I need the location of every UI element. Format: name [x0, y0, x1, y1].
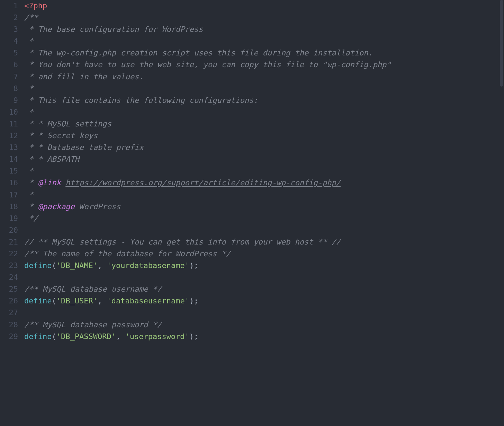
code-token: [61, 178, 65, 187]
line-number: 2: [0, 12, 18, 24]
code-line[interactable]: // ** MySQL settings - You can get this …: [24, 236, 504, 248]
code-token: *: [24, 190, 34, 199]
line-number: 8: [0, 83, 18, 95]
code-line[interactable]: define('DB_NAME', 'yourdatabasename');: [24, 260, 504, 272]
code-line[interactable]: * * Secret keys: [24, 130, 504, 142]
code-token: * * MySQL settings: [24, 119, 111, 128]
code-token: 'userpassword': [125, 332, 189, 341]
code-token: *: [24, 37, 34, 45]
code-line[interactable]: [24, 272, 504, 283]
code-line[interactable]: * * ABSPATH: [24, 153, 504, 165]
code-line[interactable]: [24, 307, 504, 319]
code-token: *: [24, 108, 34, 116]
vertical-scrollbar[interactable]: [499, 0, 504, 426]
code-editor[interactable]: 1234567891011121314151617181920212223242…: [0, 0, 504, 426]
code-line[interactable]: * * MySQL settings: [24, 118, 504, 130]
code-line[interactable]: /**: [24, 12, 504, 24]
line-number: 27: [0, 307, 18, 319]
line-number: 29: [0, 331, 18, 343]
code-token: (: [52, 261, 56, 270]
code-token: https://wordpress.org/support/article/ed…: [65, 178, 341, 187]
code-token: *: [24, 167, 34, 175]
line-number-gutter: 1234567891011121314151617181920212223242…: [0, 0, 24, 426]
code-line[interactable]: *: [24, 83, 504, 95]
code-token: /** The name of the database for WordPre…: [24, 249, 231, 258]
code-line[interactable]: * You don't have to use the web site, yo…: [24, 59, 504, 71]
code-token: /** MySQL database password */: [24, 320, 162, 329]
code-token: define: [24, 296, 52, 305]
code-line[interactable]: define('DB_PASSWORD', 'userpassword');: [24, 331, 504, 343]
line-number: 15: [0, 165, 18, 177]
code-token: define: [24, 261, 52, 270]
code-line[interactable]: * @package WordPress: [24, 201, 504, 213]
code-line[interactable]: *: [24, 106, 504, 118]
code-token: define: [24, 332, 52, 341]
line-number: 21: [0, 236, 18, 248]
code-token: <?php: [24, 1, 47, 10]
code-line[interactable]: *: [24, 35, 504, 47]
line-number: 18: [0, 201, 18, 213]
code-token: ,: [98, 296, 107, 305]
line-number: 13: [0, 142, 18, 153]
line-number: 25: [0, 283, 18, 295]
line-number: 20: [0, 224, 18, 236]
line-number: 10: [0, 106, 18, 118]
line-number: 3: [0, 24, 18, 35]
line-number: 11: [0, 118, 18, 130]
code-line[interactable]: /** The name of the database for WordPre…: [24, 248, 504, 260]
line-number: 5: [0, 47, 18, 59]
code-line[interactable]: * @link https://wordpress.org/support/ar…: [24, 177, 504, 189]
code-line[interactable]: * and fill in the values.: [24, 71, 504, 83]
line-number: 7: [0, 71, 18, 83]
code-token: * The base configuration for WordPress: [24, 25, 203, 34]
code-token: (: [52, 296, 56, 305]
code-token: */: [24, 214, 38, 223]
code-token: ,: [98, 261, 107, 270]
code-token: /**: [24, 13, 38, 22]
code-line[interactable]: * The wp-config.php creation script uses…: [24, 47, 504, 59]
line-number: 1: [0, 0, 18, 12]
code-line[interactable]: *: [24, 189, 504, 201]
line-number: 9: [0, 95, 18, 106]
code-token: // ** MySQL settings - You can get this …: [24, 238, 341, 246]
line-number: 12: [0, 130, 18, 142]
line-number: 14: [0, 153, 18, 165]
line-number: 4: [0, 35, 18, 47]
code-content[interactable]: <?php/** * The base configuration for Wo…: [24, 0, 504, 426]
code-token: 'databaseusername': [107, 296, 189, 305]
code-line[interactable]: *: [24, 165, 504, 177]
line-number: 28: [0, 319, 18, 331]
line-number: 17: [0, 189, 18, 201]
line-number: 23: [0, 260, 18, 272]
code-line[interactable]: define('DB_USER', 'databaseusername');: [24, 295, 504, 307]
code-line[interactable]: /** MySQL database username */: [24, 283, 504, 295]
code-token: (: [52, 332, 56, 341]
code-token: * You don't have to use the web site, yo…: [24, 60, 391, 69]
code-line[interactable]: */: [24, 213, 504, 224]
code-token: );: [189, 261, 199, 270]
code-token: 'yourdatabasename': [107, 261, 189, 270]
code-token: );: [189, 332, 199, 341]
code-token: 'DB_NAME': [56, 261, 98, 270]
code-token: *: [24, 202, 38, 211]
code-token: WordPress: [75, 202, 120, 211]
code-token: *: [24, 178, 38, 187]
code-line[interactable]: /** MySQL database password */: [24, 319, 504, 331]
code-line[interactable]: * * Database table prefix: [24, 142, 504, 153]
code-token: * * ABSPATH: [24, 155, 79, 163]
code-token: * * Database table prefix: [24, 143, 143, 152]
scrollbar-thumb[interactable]: [500, 0, 503, 87]
code-line[interactable]: * This file contains the following confi…: [24, 95, 504, 106]
line-number: 19: [0, 213, 18, 224]
line-number: 22: [0, 248, 18, 260]
line-number: 6: [0, 59, 18, 71]
code-line[interactable]: * The base configuration for WordPress: [24, 24, 504, 35]
code-token: ,: [116, 332, 125, 341]
code-token: * This file contains the following confi…: [24, 96, 258, 105]
code-token: *: [24, 84, 34, 93]
code-line[interactable]: [24, 224, 504, 236]
code-token: );: [189, 296, 199, 305]
code-token: 'DB_PASSWORD': [56, 332, 116, 341]
code-line[interactable]: <?php: [24, 0, 504, 12]
code-token: /** MySQL database username */: [24, 285, 162, 293]
